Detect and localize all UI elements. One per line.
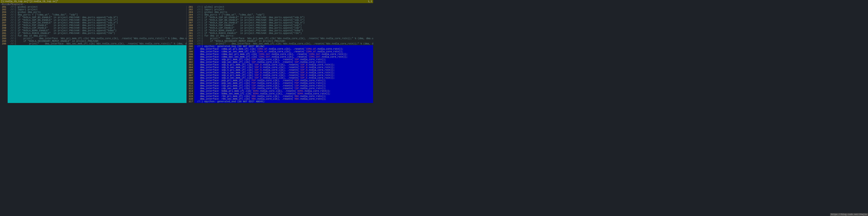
left-gutter: 2812822832842852862872882892902912922932… <box>0 6 8 103</box>
left-pane[interactable]: 2812822832842852862872882892902912922932… <box>0 6 186 103</box>
cursor-pos: 1,1 <box>368 0 372 3</box>
right-gutter: 2812822832842852862872882892902912922932… <box>187 6 194 103</box>
minibuf-explorer: -MiniBufExplorer- <box>0 3 373 6</box>
buffer-list: [1:nvdla_tb_top.sv]*[2:nvdla_tb_top.sv]* <box>1 0 58 3</box>
right-pane[interactable]: 2812822832842852862872882892902912922932… <box>187 6 373 103</box>
right-code[interactable]: //:| global project //:| import project … <box>194 6 373 103</box>
editor-split: 2812822832842852862872882892902912922932… <box>0 6 373 103</box>
left-code[interactable]: //:| global project //:| import project … <box>8 6 186 103</box>
title-bar: [1:nvdla_tb_top.sv]*[2:nvdla_tb_top.sv]*… <box>0 0 373 3</box>
